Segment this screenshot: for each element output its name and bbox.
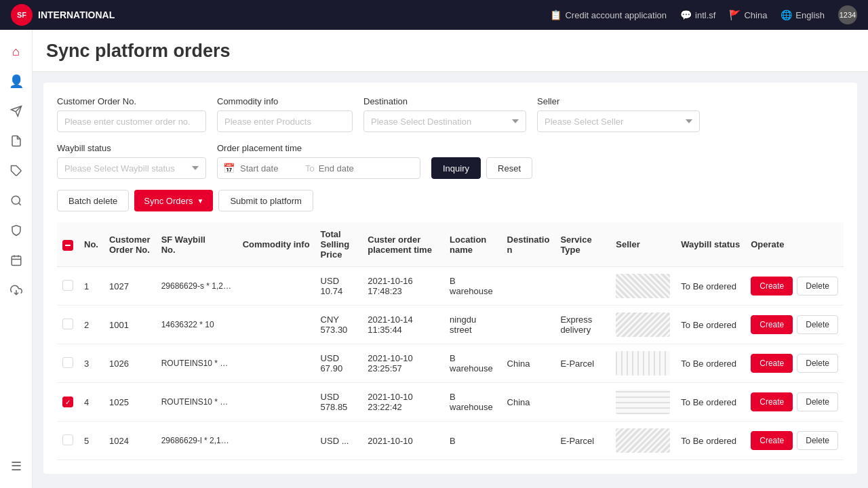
- cell-placement-time: 2021-10-10 23:22:42: [362, 383, 444, 422]
- sidebar-item-home[interactable]: ⌂: [3, 38, 30, 65]
- delete-button[interactable]: Delete: [797, 315, 838, 334]
- filter-row-2: Waybill status Please Select Waybill sta…: [57, 143, 844, 179]
- cell-seller: [610, 422, 675, 460]
- create-button[interactable]: Create: [751, 431, 793, 450]
- credit-account-link[interactable]: 📋 Credit account application: [550, 9, 667, 20]
- col-no: No.: [79, 222, 104, 267]
- sidebar-item-send[interactable]: [3, 98, 30, 125]
- cell-location: B warehouse: [444, 344, 501, 383]
- orders-table-wrap: No. CustomerOrder No. SF WaybillNo. Comm…: [57, 222, 844, 460]
- row-checkbox-cell[interactable]: [57, 306, 79, 344]
- orders-table: No. CustomerOrder No. SF WaybillNo. Comm…: [57, 222, 844, 460]
- table-header-row: No. CustomerOrder No. SF WaybillNo. Comm…: [57, 222, 844, 267]
- cell-service-type: E-Parcel: [555, 344, 610, 383]
- cell-waybill-status: To Be ordered: [675, 267, 745, 306]
- page-title: Sync platform orders: [33, 30, 868, 72]
- filter-customer-order: Customer Order No.: [57, 96, 206, 132]
- logo: SF INTERNATIONAL: [11, 4, 115, 26]
- inquiry-button[interactable]: Inquiry: [431, 157, 481, 179]
- submit-platform-button[interactable]: Submit to platform: [218, 190, 313, 211]
- delete-button[interactable]: Delete: [797, 354, 838, 373]
- cell-seller: [610, 306, 675, 344]
- row-checkbox-cell[interactable]: [57, 344, 79, 383]
- china-link[interactable]: 🚩 China: [729, 9, 767, 20]
- cell-total-price: USD 10.74: [315, 267, 363, 306]
- table-row: 5 1024 29686629-l * 2,123457 USD ... 202…: [57, 422, 844, 460]
- cell-operate[interactable]: Create Delete: [745, 422, 844, 460]
- create-button[interactable]: Create: [751, 354, 793, 373]
- row-checkbox-cell[interactable]: [57, 267, 79, 306]
- cell-customer-order: 1025: [104, 383, 156, 422]
- customer-order-input[interactable]: [57, 110, 206, 132]
- cell-sf-waybill: 29686629-s * 1,296866...: [156, 267, 237, 306]
- table-row: ✓ 4 1025 ROUTEINS10 * 1,ROUT... USD 578.…: [57, 383, 844, 422]
- sidebar-item-download[interactable]: [3, 277, 30, 304]
- sidebar-item-shield[interactable]: [3, 217, 30, 244]
- row-checkbox[interactable]: [62, 319, 73, 329]
- row-checkbox[interactable]: [62, 434, 73, 445]
- col-commodity: Commodity info: [237, 222, 315, 267]
- cell-operate[interactable]: Create Delete: [745, 344, 844, 383]
- delete-button[interactable]: Delete: [797, 431, 838, 450]
- destination-label: Destination: [363, 96, 526, 106]
- toolbar: Batch delete Sync Orders ▼ Submit to pla…: [57, 190, 844, 211]
- row-checkbox[interactable]: ✓: [62, 396, 73, 407]
- sidebar-item-user[interactable]: 👤: [3, 68, 30, 95]
- cell-sf-waybill: 29686629-l * 2,123457: [156, 422, 237, 460]
- filter-commodity: Commodity info: [217, 96, 353, 132]
- avatar: 1234: [838, 5, 857, 24]
- col-placement-time: Custer orderplacement time: [362, 222, 444, 267]
- create-button[interactable]: Create: [751, 315, 793, 334]
- cell-destination: [502, 267, 555, 306]
- select-all-checkbox[interactable]: [62, 240, 73, 251]
- commodity-info-input[interactable]: [217, 110, 353, 132]
- cell-operate[interactable]: Create Delete: [745, 383, 844, 422]
- row-checkbox-cell[interactable]: ✓: [57, 383, 79, 422]
- cell-no: 5: [79, 422, 104, 460]
- seller-select[interactable]: Please Select Seller: [537, 110, 700, 132]
- waybill-status-select[interactable]: Please Select Waybill status: [57, 157, 206, 179]
- destination-select[interactable]: Please Select Destination: [363, 110, 526, 132]
- cell-customer-order: 1026: [104, 344, 156, 383]
- chevron-down-icon: ▼: [197, 197, 204, 205]
- sync-orders-button[interactable]: Sync Orders ▼: [134, 190, 213, 211]
- date-start-input[interactable]: [240, 163, 301, 174]
- cell-total-price: CNY 573.30: [315, 306, 363, 344]
- sidebar-item-tag[interactable]: [3, 157, 30, 184]
- user-menu[interactable]: 1234: [838, 5, 857, 24]
- cell-no: 3: [79, 344, 104, 383]
- cell-location: B warehouse: [444, 267, 501, 306]
- logo-badge: SF: [11, 4, 33, 26]
- create-button[interactable]: Create: [751, 392, 793, 411]
- delete-button[interactable]: Delete: [797, 392, 838, 411]
- flag-icon: 🚩: [729, 9, 741, 20]
- delete-button[interactable]: Delete: [797, 277, 838, 296]
- waybill-status-label: Waybill status: [57, 143, 206, 153]
- language-selector[interactable]: 🌐 English: [781, 9, 825, 20]
- row-checkbox[interactable]: [62, 357, 73, 368]
- cell-operate[interactable]: Create Delete: [745, 306, 844, 344]
- row-checkbox[interactable]: [62, 280, 73, 291]
- header-checkbox-cell[interactable]: [57, 222, 79, 267]
- top-navigation: SF INTERNATIONAL 📋 Credit account applic…: [0, 0, 868, 30]
- reset-button[interactable]: Reset: [486, 157, 532, 179]
- sidebar-item-search[interactable]: [3, 187, 30, 214]
- cell-operate[interactable]: Create Delete: [745, 267, 844, 306]
- sidebar-item-calendar[interactable]: [3, 247, 30, 274]
- cell-no: 4: [79, 383, 104, 422]
- row-checkbox-cell[interactable]: [57, 422, 79, 460]
- date-range-picker[interactable]: 📅 To: [217, 157, 420, 179]
- cell-total-price: USD ...: [315, 422, 363, 460]
- date-end-input[interactable]: [319, 163, 380, 174]
- cell-sf-waybill: ROUTEINS10 * 1,ROUT...: [156, 383, 237, 422]
- cell-commodity: [237, 383, 315, 422]
- cell-placement-time: 2021-10-16 17:48:23: [362, 267, 444, 306]
- sidebar-item-menu[interactable]: ☰: [3, 453, 30, 480]
- intlsf-link[interactable]: 💬 intl.sf: [680, 9, 715, 20]
- sidebar-item-document[interactable]: [3, 127, 30, 155]
- create-button[interactable]: Create: [751, 277, 793, 296]
- cell-destination: [502, 422, 555, 460]
- cell-destination: China: [502, 383, 555, 422]
- col-customer-order: CustomerOrder No.: [104, 222, 156, 267]
- batch-delete-button[interactable]: Batch delete: [57, 190, 129, 211]
